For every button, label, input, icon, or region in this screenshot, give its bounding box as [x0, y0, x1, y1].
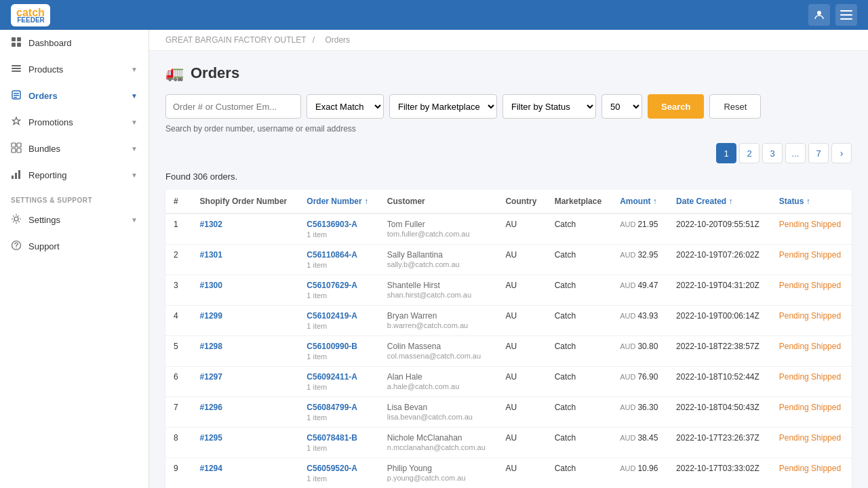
customer-name: Tom Fuller: [387, 220, 425, 229]
order-number-link[interactable]: C56084799-A: [307, 403, 357, 412]
marketplace-filter-select[interactable]: Filter by Marketplace Catch: [389, 94, 497, 119]
item-count: 1 item: [307, 261, 370, 269]
shopify-order-link[interactable]: #1299: [200, 311, 222, 321]
amount-value: 36.30: [637, 403, 658, 412]
shopify-order-link[interactable]: #1297: [200, 372, 222, 382]
cell-shopify: #1301: [192, 245, 299, 275]
search-button[interactable]: Search: [648, 94, 704, 119]
cell-date: 2022-10-17T23:26:37Z: [668, 428, 771, 458]
menu-icon-button[interactable]: [835, 4, 857, 26]
match-type-select[interactable]: Exact Match Partial Match: [307, 94, 384, 119]
shopify-order-link[interactable]: #1295: [200, 433, 222, 443]
cell-country: AU: [497, 397, 546, 428]
cell-order-num: C56102419-A 1 item: [298, 306, 378, 336]
pagination: 1 2 3 ... 7 ›: [165, 143, 852, 163]
page-content: 🚛 Orders Exact Match Partial Match Filte…: [149, 51, 868, 488]
cell-status: Pending Shipped: [771, 336, 852, 367]
amount-currency: AUD: [620, 373, 637, 381]
sidebar-label-bundles: Bundles: [28, 144, 60, 154]
cell-order-num: C56136903-A 1 item: [298, 214, 378, 245]
per-page-select[interactable]: 50 25 100: [601, 94, 642, 119]
status-badge: Pending Shipped: [779, 464, 841, 473]
item-count: 1 item: [307, 444, 370, 452]
cell-amount: AUD 10.96: [612, 458, 668, 489]
customer-email: p.young@catch.com.au: [387, 474, 490, 482]
sidebar-item-support[interactable]: Support: [0, 233, 149, 260]
cell-date: 2022-10-18T22:38:57Z: [668, 336, 771, 367]
page-title-row: 🚛 Orders: [165, 64, 852, 82]
order-number-link[interactable]: C56092411-A: [307, 372, 357, 382]
cell-amount: AUD 21.95: [612, 214, 668, 245]
shopify-order-link[interactable]: #1296: [200, 403, 222, 412]
cell-shopify: #1300: [192, 275, 299, 306]
cell-status: Pending Shipped: [771, 214, 852, 245]
col-order[interactable]: Order Number ↑: [298, 190, 378, 214]
item-count: 1 item: [307, 474, 370, 483]
cell-marketplace: Catch: [547, 336, 612, 367]
customer-email: tom.fuller@catch.com.au: [387, 230, 490, 238]
shopify-order-link[interactable]: #1298: [200, 342, 222, 351]
order-number-link[interactable]: C56102419-A: [307, 311, 357, 321]
sidebar-item-products[interactable]: Products ▼: [0, 56, 149, 83]
reset-button[interactable]: Reset: [709, 94, 761, 119]
table-row: 8 #1295 C56078481-B 1 item Nichole McCla…: [165, 428, 852, 458]
cell-num: 9: [165, 458, 192, 489]
item-count: 1 item: [307, 322, 370, 330]
shopify-order-link[interactable]: #1301: [200, 250, 222, 260]
order-number-link[interactable]: C56078481-B: [307, 433, 357, 443]
user-icon-button[interactable]: [808, 4, 830, 26]
sidebar-item-bundles[interactable]: Bundles ▼: [0, 136, 149, 162]
cell-customer: Colin Massena col.massena@catch.com.au: [379, 336, 498, 367]
filter-bar: Exact Match Partial Match Filter by Mark…: [165, 94, 852, 119]
status-filter-select[interactable]: Filter by Status Pending Shipped Shipped: [502, 94, 596, 119]
search-input[interactable]: [165, 94, 301, 119]
cell-date: 2022-10-19T07:26:02Z: [668, 245, 771, 275]
customer-name: Philip Young: [387, 464, 432, 473]
col-status[interactable]: Status ↑: [771, 190, 852, 214]
sidebar-item-dashboard[interactable]: Dashboard: [0, 30, 149, 56]
bundles-chevron-icon: ▼: [131, 145, 138, 152]
page-btn-3[interactable]: 3: [762, 143, 783, 163]
amount-currency: AUD: [620, 220, 637, 228]
cell-marketplace: Catch: [547, 275, 612, 306]
order-number-link[interactable]: C56107629-A: [307, 281, 357, 290]
cell-num: 7: [165, 397, 192, 428]
shopify-order-link[interactable]: #1300: [200, 281, 222, 290]
cell-status: Pending Shipped: [771, 275, 852, 306]
amount-value: 30.80: [637, 342, 658, 351]
page-title: Orders: [191, 64, 239, 82]
amount-currency: AUD: [620, 403, 637, 411]
status-badge: Pending Shipped: [779, 250, 841, 260]
table-row: 1 #1302 C56136903-A 1 item Tom Fuller to…: [165, 214, 852, 245]
page-btn-2[interactable]: 2: [739, 143, 760, 163]
col-country: Country: [497, 190, 546, 214]
breadcrumb: GREAT BARGAIN FACTORY OUTLET / Orders: [149, 30, 868, 51]
sidebar-item-reporting[interactable]: Reporting ▼: [0, 162, 149, 188]
order-number-link[interactable]: C56110864-A: [307, 250, 357, 260]
cell-status: Pending Shipped: [771, 458, 852, 489]
order-number-link[interactable]: C56100990-B: [307, 342, 357, 351]
col-date[interactable]: Date Created ↑: [668, 190, 771, 214]
order-number-link[interactable]: C56136903-A: [307, 220, 357, 229]
breadcrumb-store[interactable]: GREAT BARGAIN FACTORY OUTLET: [165, 35, 306, 45]
sidebar-label-reporting: Reporting: [28, 170, 66, 180]
page-btn-7[interactable]: 7: [808, 143, 829, 163]
order-number-link[interactable]: C56059520-A: [307, 464, 357, 473]
sidebar-item-promotions[interactable]: Promotions ▼: [0, 109, 149, 136]
customer-name: Shantelle Hirst: [387, 281, 440, 290]
amount-currency: AUD: [620, 312, 637, 320]
page-next-button[interactable]: ›: [831, 143, 852, 163]
sidebar-item-orders[interactable]: Orders ▼: [0, 83, 149, 109]
cell-customer: Lisa Bevan lisa.bevan@catch.com.au: [379, 397, 498, 428]
cell-order-num: C56059520-A 1 item: [298, 458, 378, 489]
shopify-order-link[interactable]: #1294: [200, 464, 222, 473]
sidebar-item-settings[interactable]: Settings ▼: [0, 207, 149, 233]
page-btn-1[interactable]: 1: [716, 143, 736, 163]
cell-date: 2022-10-17T03:33:02Z: [668, 458, 771, 489]
shopify-order-link[interactable]: #1302: [200, 220, 222, 229]
cell-date: 2022-10-20T09:55:51Z: [668, 214, 771, 245]
col-amount[interactable]: Amount ↑: [612, 190, 668, 214]
cell-marketplace: Catch: [547, 397, 612, 428]
cell-status: Pending Shipped: [771, 245, 852, 275]
cell-customer: Alan Hale a.hale@catch.com.au: [379, 367, 498, 397]
